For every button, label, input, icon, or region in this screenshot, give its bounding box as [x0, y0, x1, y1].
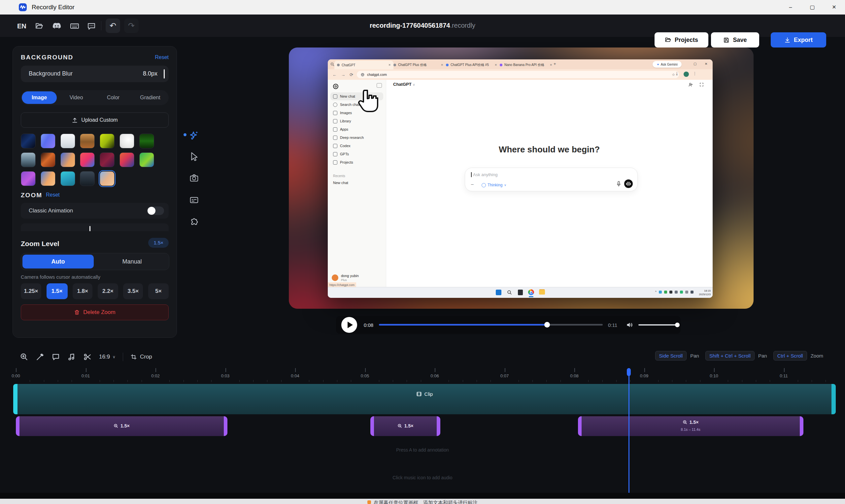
background-thumb[interactable] — [40, 171, 55, 186]
chatgpt-sidebar-item-gpts[interactable]: GPTs — [330, 150, 383, 158]
music-note-icon[interactable] — [67, 353, 76, 361]
scissors-icon[interactable] — [83, 353, 92, 361]
save-button[interactable]: Save — [711, 32, 759, 48]
sidebar-collapse-icon[interactable] — [376, 83, 382, 88]
background-thumb[interactable] — [80, 152, 95, 167]
share-profile-icon[interactable] — [688, 83, 693, 87]
zoom-preset-1.5×[interactable]: 1.5× — [47, 283, 68, 299]
zoom-segment[interactable]: 1.5×8.1s – 11.4s — [578, 416, 804, 436]
plugins-tool-button[interactable] — [188, 216, 200, 228]
tab-close-icon[interactable]: ✕ — [441, 63, 443, 67]
zoom-mode-manual[interactable]: Manual — [96, 255, 168, 269]
chatgpt-brand[interactable]: ChatGPT ∨ — [393, 82, 415, 87]
taskbar-search-icon[interactable] — [506, 289, 513, 296]
taskbar-app-icon[interactable] — [516, 289, 524, 296]
clip-track[interactable]: Clip — [13, 384, 836, 414]
background-thumb[interactable] — [120, 133, 134, 148]
browser-profile-avatar[interactable] — [684, 72, 689, 77]
background-thumb[interactable] — [60, 171, 75, 186]
background-thumb[interactable] — [100, 133, 115, 148]
zoom-preset-2.2×[interactable]: 2.2× — [98, 283, 118, 299]
chatgpt-sidebar-item-codex[interactable]: Codex — [330, 142, 383, 150]
maximize-button[interactable]: ▢ — [802, 0, 823, 15]
zoom-preset-5×[interactable]: 5× — [148, 283, 169, 299]
aspect-ratio-dropdown[interactable]: 16:9 ∨ — [99, 354, 116, 360]
zoom-segment[interactable]: 1.5× — [16, 416, 227, 436]
background-reset-link[interactable]: Reset — [155, 54, 169, 60]
back-icon[interactable]: ← — [332, 72, 337, 77]
export-button[interactable]: Export — [771, 32, 826, 48]
close-button[interactable]: ✕ — [823, 0, 845, 15]
tray-icon[interactable] — [669, 291, 672, 293]
thinking-mode-button[interactable]: Thinking ∨ — [481, 183, 506, 187]
background-blur-field[interactable]: Background Blur 8.0px — [21, 66, 169, 82]
tray-chevron-icon[interactable]: ^ — [655, 290, 656, 293]
mic-icon[interactable] — [617, 181, 621, 187]
bookmark-star-icon[interactable]: ☆ — [672, 73, 675, 77]
tab-search-icon[interactable] — [330, 62, 334, 66]
tray-icon[interactable] — [675, 291, 677, 293]
zoom-preset-1.25×[interactable]: 1.25× — [21, 283, 41, 299]
seek-bar[interactable] — [379, 324, 603, 326]
browser-restore-icon[interactable]: ▢ — [693, 62, 697, 66]
zoom-preset-1.8×[interactable]: 1.8× — [73, 283, 92, 299]
delete-zoom-button[interactable]: Delete Zoom — [21, 304, 169, 320]
start-button[interactable] — [495, 289, 502, 296]
background-thumb[interactable] — [139, 152, 154, 167]
projects-button[interactable]: Projects — [654, 32, 708, 48]
crop-button[interactable]: Crop — [130, 354, 152, 360]
segment-right-handle[interactable] — [800, 416, 804, 436]
segment-left-handle[interactable] — [578, 416, 582, 436]
background-tab-image[interactable]: Image — [22, 91, 57, 104]
chatgpt-sidebar-item-library[interactable]: Library — [330, 117, 383, 125]
background-tab-gradient[interactable]: Gradient — [133, 91, 168, 104]
background-thumb[interactable] — [60, 152, 75, 167]
background-tab-video[interactable]: Video — [59, 91, 94, 104]
expand-icon[interactable] — [700, 83, 704, 87]
zoom-preset-3.5×[interactable]: 3.5× — [123, 283, 143, 299]
background-thumb[interactable] — [100, 171, 115, 186]
background-thumb[interactable] — [40, 152, 55, 167]
download-icon[interactable]: ⭳ — [675, 71, 679, 76]
effects-tool-button[interactable] — [188, 129, 200, 141]
background-thumb[interactable] — [80, 133, 95, 148]
timeline-zoom-icon[interactable] — [20, 353, 29, 361]
magic-wand-icon[interactable] — [36, 353, 44, 361]
browser-tab[interactable]: ChatGPT✕ — [334, 61, 393, 69]
zoom-mode-auto[interactable]: Auto — [22, 255, 94, 269]
background-thumb[interactable] — [21, 152, 36, 167]
tab-close-icon[interactable]: ✕ — [550, 63, 552, 67]
tray-icon[interactable] — [680, 291, 683, 293]
tray-icon[interactable] — [685, 291, 688, 293]
clip-right-handle[interactable] — [831, 384, 836, 414]
zoom-segment[interactable]: 1.5× — [370, 416, 440, 436]
cursor-tool-button[interactable] — [188, 150, 200, 162]
background-thumb[interactable] — [139, 133, 154, 148]
chatgpt-recent-item[interactable]: New chat — [333, 181, 348, 185]
background-thumb[interactable] — [80, 171, 95, 186]
background-thumb[interactable] — [60, 133, 75, 148]
minimize-button[interactable]: – — [780, 0, 802, 15]
browser-tab[interactable]: Nano Banana Pro API 价格✕ — [497, 61, 555, 69]
browser-tab[interactable]: ChatGPT Plus API价格 #5✕ — [443, 61, 500, 69]
chatgpt-composer[interactable]: Ask anything – Thinking ∨ — [465, 167, 638, 191]
slider-handle[interactable] — [89, 226, 90, 231]
play-button[interactable] — [341, 317, 357, 333]
tray-icon[interactable] — [690, 291, 693, 293]
volume-knob[interactable] — [675, 323, 680, 327]
browser-close-icon[interactable]: ✕ — [705, 62, 707, 66]
ask-gemini-button[interactable]: ✦ Ask Gemini — [653, 61, 682, 68]
background-thumb[interactable] — [21, 171, 36, 186]
background-thumb[interactable] — [120, 152, 134, 167]
playhead-line[interactable] — [629, 368, 630, 493]
browser-menu-icon[interactable]: ⋮ — [693, 71, 697, 76]
classic-animation-toggle[interactable] — [147, 206, 164, 215]
reload-icon[interactable]: ⟳ — [350, 72, 353, 77]
camera-tool-button[interactable] — [188, 172, 200, 184]
zoom-reset-link[interactable]: Reset — [46, 192, 60, 198]
clip-left-handle[interactable] — [13, 384, 17, 414]
attach-icon[interactable]: – — [471, 181, 474, 187]
taskbar-clock[interactable]: 18:15 2025/12/3 — [699, 289, 711, 296]
chatgpt-sidebar-item-projects[interactable]: Projects — [330, 158, 383, 166]
background-thumb[interactable] — [100, 152, 115, 167]
